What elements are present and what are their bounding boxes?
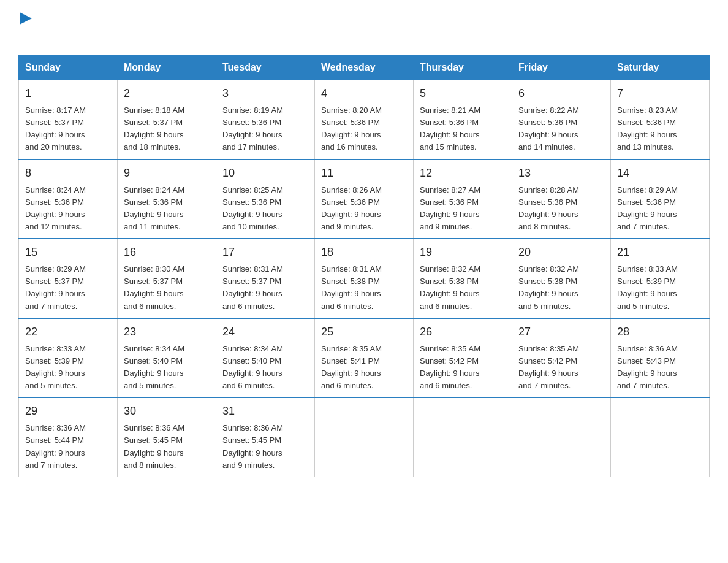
calendar-week-row: 8Sunrise: 8:24 AMSunset: 5:36 PMDaylight…: [19, 159, 710, 239]
day-number: 2: [124, 85, 210, 102]
day-number: 22: [25, 324, 111, 340]
day-info: Sunrise: 8:32 AMSunset: 5:38 PMDaylight:…: [518, 264, 579, 310]
calendar-cell: 5Sunrise: 8:21 AMSunset: 5:36 PMDaylight…: [414, 80, 512, 159]
day-info: Sunrise: 8:29 AMSunset: 5:36 PMDaylight:…: [617, 185, 678, 231]
calendar-cell: 28Sunrise: 8:36 AMSunset: 5:43 PMDayligh…: [611, 318, 710, 398]
calendar-cell: 20Sunrise: 8:32 AMSunset: 5:38 PMDayligh…: [512, 239, 611, 318]
day-info: Sunrise: 8:30 AMSunset: 5:37 PMDaylight:…: [124, 264, 184, 310]
day-number: 16: [124, 244, 210, 261]
calendar-cell: 26Sunrise: 8:35 AMSunset: 5:42 PMDayligh…: [414, 318, 512, 398]
calendar-week-row: 15Sunrise: 8:29 AMSunset: 5:37 PMDayligh…: [19, 239, 710, 318]
day-info: Sunrise: 8:35 AMSunset: 5:42 PMDaylight:…: [420, 344, 480, 390]
day-info: Sunrise: 8:17 AMSunset: 5:37 PMDaylight:…: [25, 105, 86, 151]
day-number: 26: [420, 324, 506, 340]
day-info: Sunrise: 8:24 AMSunset: 5:36 PMDaylight:…: [124, 185, 184, 231]
calendar-header-row: SundayMondayTuesdayWednesdayThursdayFrid…: [19, 56, 710, 80]
calendar-cell: 22Sunrise: 8:33 AMSunset: 5:39 PMDayligh…: [19, 318, 118, 398]
page-header: [18, 12, 710, 43]
day-number: 5: [420, 85, 506, 102]
day-number: 12: [420, 165, 506, 182]
calendar-cell: 30Sunrise: 8:36 AMSunset: 5:45 PMDayligh…: [118, 397, 216, 477]
calendar-table: SundayMondayTuesdayWednesdayThursdayFrid…: [18, 55, 710, 477]
calendar-cell: 25Sunrise: 8:35 AMSunset: 5:41 PMDayligh…: [315, 318, 414, 398]
calendar-cell: 13Sunrise: 8:28 AMSunset: 5:36 PMDayligh…: [512, 159, 611, 239]
calendar-cell: 21Sunrise: 8:33 AMSunset: 5:39 PMDayligh…: [611, 239, 710, 318]
day-number: 30: [124, 403, 210, 419]
calendar-cell: 29Sunrise: 8:36 AMSunset: 5:44 PMDayligh…: [19, 397, 118, 477]
day-info: Sunrise: 8:22 AMSunset: 5:36 PMDaylight:…: [518, 105, 579, 151]
column-header-saturday: Saturday: [611, 56, 710, 80]
calendar-cell: 16Sunrise: 8:30 AMSunset: 5:37 PMDayligh…: [118, 239, 216, 318]
day-number: 17: [222, 244, 308, 261]
calendar-cell: 10Sunrise: 8:25 AMSunset: 5:36 PMDayligh…: [216, 159, 315, 239]
day-number: 10: [222, 165, 308, 182]
column-header-sunday: Sunday: [19, 56, 118, 80]
calendar-cell: 1Sunrise: 8:17 AMSunset: 5:37 PMDaylight…: [19, 80, 118, 159]
day-info: Sunrise: 8:19 AMSunset: 5:36 PMDaylight:…: [222, 105, 283, 151]
day-number: 14: [617, 165, 703, 182]
day-number: 23: [124, 324, 210, 340]
calendar-cell: 17Sunrise: 8:31 AMSunset: 5:37 PMDayligh…: [216, 239, 315, 318]
day-number: 1: [25, 85, 111, 102]
day-number: 18: [321, 244, 407, 261]
day-number: 28: [617, 324, 703, 340]
day-number: 13: [518, 165, 604, 182]
day-number: 21: [617, 244, 703, 261]
day-info: Sunrise: 8:24 AMSunset: 5:36 PMDaylight:…: [25, 185, 86, 231]
day-info: Sunrise: 8:35 AMSunset: 5:41 PMDaylight:…: [321, 344, 382, 390]
calendar-cell: 11Sunrise: 8:26 AMSunset: 5:36 PMDayligh…: [315, 159, 414, 239]
calendar-cell: [611, 397, 710, 477]
calendar-cell: 6Sunrise: 8:22 AMSunset: 5:36 PMDaylight…: [512, 80, 611, 159]
column-header-friday: Friday: [512, 56, 611, 80]
calendar-week-row: 29Sunrise: 8:36 AMSunset: 5:44 PMDayligh…: [19, 397, 710, 477]
calendar-cell: [512, 397, 611, 477]
day-info: Sunrise: 8:36 AMSunset: 5:43 PMDaylight:…: [617, 344, 678, 390]
day-info: Sunrise: 8:36 AMSunset: 5:44 PMDaylight:…: [25, 423, 86, 469]
day-info: Sunrise: 8:21 AMSunset: 5:36 PMDaylight:…: [420, 105, 480, 151]
day-info: Sunrise: 8:18 AMSunset: 5:37 PMDaylight:…: [124, 105, 184, 151]
column-header-monday: Monday: [118, 56, 216, 80]
calendar-cell: 3Sunrise: 8:19 AMSunset: 5:36 PMDaylight…: [216, 80, 315, 159]
day-info: Sunrise: 8:36 AMSunset: 5:45 PMDaylight:…: [222, 423, 283, 469]
logo: [18, 12, 33, 43]
day-info: Sunrise: 8:20 AMSunset: 5:36 PMDaylight:…: [321, 105, 382, 151]
calendar-cell: 27Sunrise: 8:35 AMSunset: 5:42 PMDayligh…: [512, 318, 611, 398]
day-number: 19: [420, 244, 506, 261]
day-info: Sunrise: 8:28 AMSunset: 5:36 PMDaylight:…: [518, 185, 579, 231]
day-number: 3: [222, 85, 308, 102]
day-number: 29: [25, 403, 111, 419]
calendar-cell: 8Sunrise: 8:24 AMSunset: 5:36 PMDaylight…: [19, 159, 118, 239]
day-info: Sunrise: 8:36 AMSunset: 5:45 PMDaylight:…: [124, 423, 184, 469]
day-number: 4: [321, 85, 407, 102]
calendar-cell: 7Sunrise: 8:23 AMSunset: 5:36 PMDaylight…: [611, 80, 710, 159]
day-info: Sunrise: 8:31 AMSunset: 5:38 PMDaylight:…: [321, 264, 382, 310]
calendar-cell: 14Sunrise: 8:29 AMSunset: 5:36 PMDayligh…: [611, 159, 710, 239]
day-number: 24: [222, 324, 308, 340]
day-info: Sunrise: 8:33 AMSunset: 5:39 PMDaylight:…: [617, 264, 678, 310]
calendar-cell: 19Sunrise: 8:32 AMSunset: 5:38 PMDayligh…: [414, 239, 512, 318]
calendar-cell: [414, 397, 512, 477]
calendar-body: 1Sunrise: 8:17 AMSunset: 5:37 PMDaylight…: [19, 80, 710, 477]
day-number: 9: [124, 165, 210, 182]
calendar-week-row: 1Sunrise: 8:17 AMSunset: 5:37 PMDaylight…: [19, 80, 710, 159]
day-info: Sunrise: 8:34 AMSunset: 5:40 PMDaylight:…: [222, 344, 283, 390]
calendar-cell: 4Sunrise: 8:20 AMSunset: 5:36 PMDaylight…: [315, 80, 414, 159]
day-info: Sunrise: 8:25 AMSunset: 5:36 PMDaylight:…: [222, 185, 283, 231]
day-info: Sunrise: 8:27 AMSunset: 5:36 PMDaylight:…: [420, 185, 480, 231]
day-info: Sunrise: 8:35 AMSunset: 5:42 PMDaylight:…: [518, 344, 579, 390]
svg-marker-0: [20, 12, 32, 25]
day-number: 8: [25, 165, 111, 182]
calendar-cell: 24Sunrise: 8:34 AMSunset: 5:40 PMDayligh…: [216, 318, 315, 398]
day-number: 27: [518, 324, 604, 340]
day-number: 7: [617, 85, 703, 102]
calendar-cell: 15Sunrise: 8:29 AMSunset: 5:37 PMDayligh…: [19, 239, 118, 318]
calendar-cell: 31Sunrise: 8:36 AMSunset: 5:45 PMDayligh…: [216, 397, 315, 477]
day-info: Sunrise: 8:23 AMSunset: 5:36 PMDaylight:…: [617, 105, 678, 151]
day-number: 25: [321, 324, 407, 340]
calendar-week-row: 22Sunrise: 8:33 AMSunset: 5:39 PMDayligh…: [19, 318, 710, 398]
day-number: 31: [222, 403, 308, 419]
day-info: Sunrise: 8:31 AMSunset: 5:37 PMDaylight:…: [222, 264, 283, 310]
column-header-tuesday: Tuesday: [216, 56, 315, 80]
day-number: 6: [518, 85, 604, 102]
day-info: Sunrise: 8:26 AMSunset: 5:36 PMDaylight:…: [321, 185, 382, 231]
